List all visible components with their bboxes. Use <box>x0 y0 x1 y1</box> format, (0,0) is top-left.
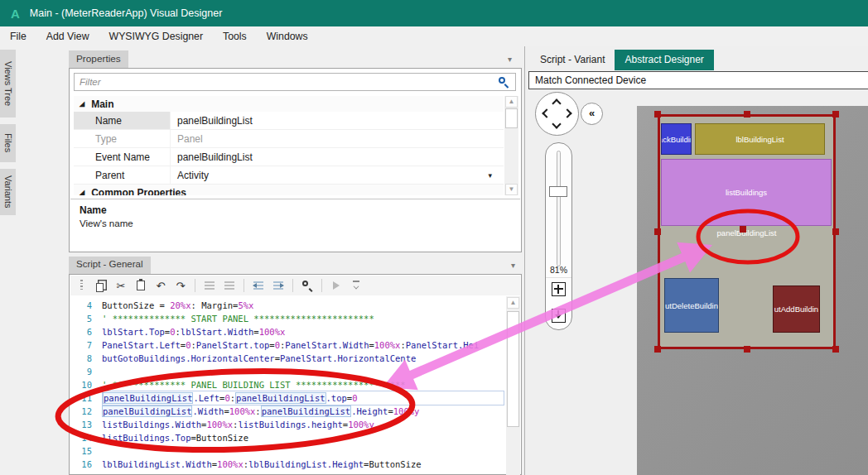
pan-control[interactable] <box>535 92 579 136</box>
scroll-up-icon[interactable]: ▲ <box>505 96 518 108</box>
line-number: 11 <box>70 391 92 405</box>
line-number: 5 <box>70 312 92 325</box>
menu-item-wysiwyg-designer[interactable]: WYSIWYG Designer <box>99 28 213 45</box>
filter-input[interactable] <box>74 73 516 91</box>
property-label: Parent <box>74 166 171 184</box>
line-number: 12 <box>70 405 92 418</box>
search-icon[interactable] <box>299 277 316 294</box>
code-editor[interactable]: 4ButtonSize = 20%x: Margin=5%x5' *******… <box>70 295 506 474</box>
expander-icon[interactable]: ◢ <box>80 189 84 195</box>
pan-right-icon[interactable] <box>562 108 571 118</box>
toolbar-separator <box>321 279 322 292</box>
code-line-5[interactable]: 5' ************** START PANEL **********… <box>70 312 506 325</box>
side-tab-views-tree[interactable]: Views Tree <box>0 50 16 118</box>
side-tab-files[interactable]: Files <box>0 124 16 162</box>
pan-down-icon[interactable] <box>552 119 561 128</box>
uncomment-icon[interactable] <box>221 277 238 294</box>
more-icon[interactable] <box>348 277 364 294</box>
indent-icon[interactable] <box>270 277 287 294</box>
property-row-name[interactable]: NamepanelBuildingList <box>74 112 504 130</box>
code-line-13[interactable]: 13listBuildings.Width=100%x:listBuilding… <box>70 418 506 431</box>
selection-handle[interactable] <box>654 228 661 235</box>
properties-panel-chevron-icon[interactable]: ▾ <box>508 55 512 64</box>
designer-view-listBuildings[interactable]: listBuildings <box>661 159 832 226</box>
tab-properties[interactable]: Properties <box>69 50 128 68</box>
script-panel-chevron-icon[interactable]: ▾ <box>511 261 515 270</box>
collapse-tools-button[interactable]: « <box>581 103 603 125</box>
selection-handle[interactable] <box>744 346 750 353</box>
search-icon[interactable] <box>498 76 509 88</box>
run-icon[interactable] <box>328 277 345 294</box>
zoom-slider-thumb[interactable] <box>549 186 567 197</box>
outdent-icon[interactable] <box>250 277 267 294</box>
code-line-12[interactable]: 12panelBuildingList.Width=100%x:panelBui… <box>70 405 506 418</box>
property-row-type[interactable]: TypePanel <box>74 130 504 148</box>
selection-handle[interactable] <box>654 346 661 353</box>
code-line-4[interactable]: 4ButtonSize = 20%x: Margin=5%x <box>70 299 506 312</box>
property-value[interactable]: Panel <box>171 130 504 147</box>
designer-canvas[interactable]: ackBuildinlblBuildingListlistBuildingsut… <box>637 106 868 475</box>
designer-view-utDeleteBuildin[interactable]: utDeleteBuildin <box>664 278 719 333</box>
paste-icon[interactable] <box>133 277 149 294</box>
designer-view-lblBuildingList[interactable]: lblBuildingList <box>695 123 825 155</box>
scroll-down-icon[interactable]: ▼ <box>505 184 518 195</box>
property-row-parent[interactable]: ParentActivity▾ <box>74 166 504 185</box>
scrollbar-thumb[interactable] <box>505 108 518 128</box>
code-line-17[interactable]: 17lblBuildingList.Top=0 <box>70 471 506 474</box>
redo-icon[interactable]: ↷ <box>172 277 189 294</box>
fit-to-screen-icon[interactable] <box>552 282 566 296</box>
group-main[interactable]: ◢Main <box>74 96 504 112</box>
selection-handle[interactable] <box>832 346 839 353</box>
code-line-14[interactable]: 14listBuildings.Top=ButtonSize <box>70 431 506 444</box>
line-number: 9 <box>70 365 92 378</box>
menu-item-tools[interactable]: Tools <box>213 28 257 45</box>
menu-item-windows[interactable]: Windows <box>257 28 318 45</box>
match-connected-device-bar[interactable]: Match Connected Device <box>528 71 868 89</box>
menu-bar: FileAdd ViewWYSIWYG DesignerToolsWindows <box>0 26 868 46</box>
tab-abstract-designer[interactable]: Abstract Designer <box>615 50 713 70</box>
code-line-16[interactable]: 16lblBuildingList.Width=100%x:lblBuildin… <box>70 458 506 471</box>
tab-script-variant[interactable]: Script - Variant <box>530 50 615 70</box>
editor-scrollbar[interactable]: ▲ <box>506 296 520 475</box>
tab-script-general[interactable]: Script - General <box>69 257 151 274</box>
property-row-event-name[interactable]: Event NamepanelBuildingList <box>74 148 504 166</box>
code-line-10[interactable]: 10' ************** PANEL BUILDING LIST *… <box>70 378 506 391</box>
undo-icon[interactable]: ↶ <box>152 277 169 294</box>
menu-item-add-view[interactable]: Add View <box>36 28 99 45</box>
code-line-6[interactable]: 6lblStart.Top=0:lblStart.Width=100%x <box>70 325 506 338</box>
expander-icon[interactable]: ◢ <box>80 100 84 108</box>
scroll-up-icon[interactable]: ▲ <box>507 297 519 309</box>
scrollbar-thumb[interactable] <box>507 311 519 427</box>
pan-up-icon[interactable] <box>552 98 561 108</box>
group-common-properties[interactable]: ◢Common Properties <box>74 185 504 195</box>
title-bar: A Main - (MeterReaderApp) Visual Designe… <box>0 0 868 26</box>
side-tab-variants[interactable]: Variants <box>0 169 16 215</box>
pan-left-icon[interactable] <box>542 108 551 118</box>
designer-view-ackBuildin[interactable]: ackBuildin <box>661 123 692 155</box>
code-line-7[interactable]: 7PanelStart.Left=0:PanelStart.top=0:Pane… <box>70 338 506 352</box>
comment-icon[interactable] <box>201 277 218 294</box>
code-line-11[interactable]: 11panelBuildingList.Left=0:panelBuilding… <box>70 391 506 405</box>
designer-view-utAddBuildin[interactable]: utAddBuildin <box>773 285 820 333</box>
property-value[interactable]: panelBuildingList <box>171 112 504 129</box>
code-line-8[interactable]: 8butGotoBuildings.HorizontalCenter=Panel… <box>70 352 506 365</box>
property-value[interactable]: Activity▾ <box>171 166 504 184</box>
code-line-15[interactable]: 15 <box>70 444 506 458</box>
copy-icon[interactable] <box>93 277 109 294</box>
properties-scrollbar[interactable]: ▲ ▼ <box>504 96 518 195</box>
selected-panel-panelBuildingList[interactable]: ackBuildinlblBuildingListlistBuildingsut… <box>658 114 836 349</box>
fit-width-icon[interactable] <box>552 309 566 323</box>
property-value[interactable]: panelBuildingList <box>171 148 504 166</box>
code-text: listBuildings.Width=100%x:listBuildings.… <box>102 418 506 431</box>
selection-handle[interactable] <box>832 228 839 235</box>
editor-toolbar: ✂↶↷ <box>70 276 520 295</box>
dropdown-arrow-icon[interactable]: ▾ <box>488 171 492 180</box>
code-line-9[interactable]: 9 <box>70 365 506 378</box>
selection-center-handle[interactable] <box>740 226 746 233</box>
zoom-slider[interactable] <box>557 151 561 266</box>
selection-handle[interactable] <box>654 111 661 118</box>
menu-item-file[interactable]: File <box>0 28 36 45</box>
selection-handle[interactable] <box>744 111 750 118</box>
selection-handle[interactable] <box>832 111 839 118</box>
cut-icon[interactable]: ✂ <box>113 277 129 294</box>
